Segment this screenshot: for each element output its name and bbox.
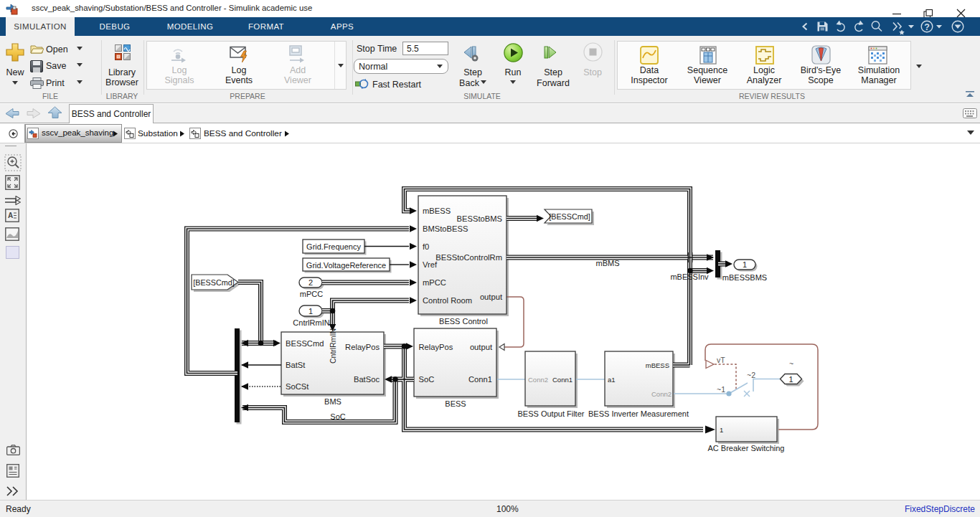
svg-text:f0: f0 xyxy=(423,242,429,251)
svg-text:~2: ~2 xyxy=(747,371,755,379)
svg-text:AC Breaker Switching: AC Breaker Switching xyxy=(708,444,785,452)
svg-text:mBESS: mBESS xyxy=(646,361,669,369)
svg-text:SoC: SoC xyxy=(419,375,435,384)
svg-text:Control Room: Control Room xyxy=(423,296,472,305)
svg-text:[BESSCmd]: [BESSCmd] xyxy=(193,278,235,287)
svg-text:~1: ~1 xyxy=(717,385,725,394)
svg-text:Grid.Frequency: Grid.Frequency xyxy=(306,242,361,251)
svg-text:RelayPos: RelayPos xyxy=(419,343,453,351)
svg-text:?: ? xyxy=(924,22,930,32)
svg-text:BESS Control: BESS Control xyxy=(439,317,488,326)
svg-text:a1: a1 xyxy=(608,376,616,384)
svg-text:mPCC: mPCC xyxy=(423,278,446,287)
svg-text:BMStoBESS: BMStoBESS xyxy=(423,224,468,233)
svg-text:mPCC: mPCC xyxy=(300,290,323,298)
svg-text:BESS: BESS xyxy=(445,399,466,408)
svg-text:BMS: BMS xyxy=(324,397,341,406)
svg-text:CntrlRmIN: CntrlRmIN xyxy=(293,318,329,327)
svg-text:BESStoControlRm: BESStoControlRm xyxy=(435,253,502,262)
svg-text:mBESSBMS: mBESSBMS xyxy=(722,273,767,282)
svg-text:SoC: SoC xyxy=(330,412,345,421)
svg-text:BESStoBMS: BESStoBMS xyxy=(457,214,502,223)
svg-text:1: 1 xyxy=(720,426,723,434)
svg-text:Conn1: Conn1 xyxy=(552,376,573,384)
svg-text:BatSt: BatSt xyxy=(286,361,306,369)
svg-text:Conn2: Conn2 xyxy=(651,390,672,398)
svg-text:mBESSInv: mBESSInv xyxy=(670,272,709,281)
svg-text:output: output xyxy=(470,343,493,351)
svg-text:[BESSCmd]: [BESSCmd] xyxy=(549,212,590,221)
svg-text:vT: vT xyxy=(717,356,725,364)
svg-text:Grid.VoltageReference: Grid.VoltageReference xyxy=(306,261,386,270)
svg-text:mBMS: mBMS xyxy=(596,259,620,267)
svg-text:BESS Inverter Measurement: BESS Inverter Measurement xyxy=(588,409,689,418)
svg-text:1: 1 xyxy=(788,375,793,384)
svg-text:1: 1 xyxy=(743,260,747,269)
svg-text:2: 2 xyxy=(308,278,313,287)
svg-text:~: ~ xyxy=(789,359,793,368)
svg-text:mBESS: mBESS xyxy=(423,207,451,215)
svg-text:CntrlRmIN: CntrlRmIN xyxy=(329,328,337,364)
svg-text:A: A xyxy=(8,212,13,219)
svg-text:1: 1 xyxy=(308,307,313,316)
svg-text:SoCSt: SoCSt xyxy=(286,382,309,391)
svg-text:BESSCmd: BESSCmd xyxy=(286,339,324,348)
svg-text:Conn2: Conn2 xyxy=(528,376,548,384)
svg-text:Conn1: Conn1 xyxy=(468,375,492,384)
svg-text:BatSoc: BatSoc xyxy=(354,375,380,384)
svg-text:BESS Output Filter: BESS Output Filter xyxy=(518,409,585,418)
svg-text:output: output xyxy=(480,293,503,301)
svg-text:RelayPos: RelayPos xyxy=(345,343,380,351)
